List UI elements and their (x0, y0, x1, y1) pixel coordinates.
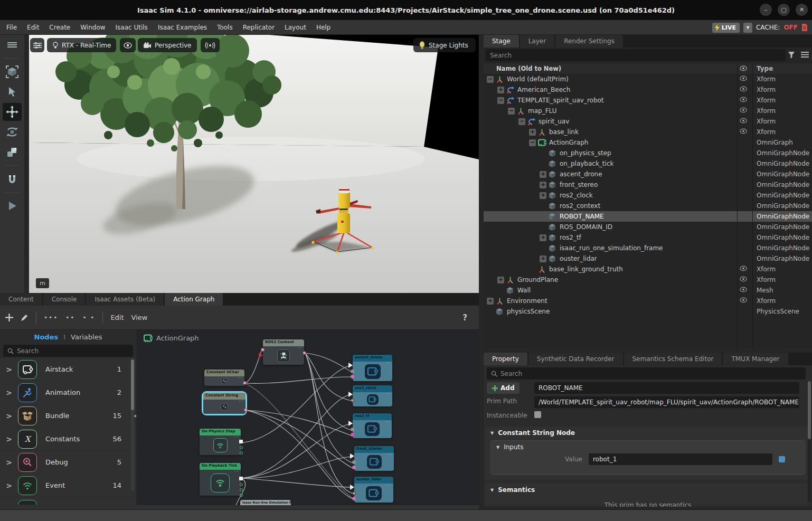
graph-node-constant-string-selected[interactable]: Constant String ··· (203, 393, 246, 414)
tab-isaac-assets-beta-[interactable]: Isaac Assets (Beta) (86, 293, 164, 306)
select-tool[interactable] (3, 83, 22, 101)
tab-synthetic-data-recorder[interactable]: Synthetic Data Recorder (528, 353, 623, 365)
output-exec-port[interactable] (239, 440, 243, 443)
output-port[interactable] (240, 488, 243, 491)
menu-item-isaac-utils[interactable]: Isaac Utils (116, 24, 148, 31)
palette-category-animation[interactable]: >Animation2 (0, 381, 136, 404)
value-input[interactable]: robot_1 (589, 453, 772, 465)
output-exec-port[interactable] (239, 477, 243, 480)
stage-row-ros2-context[interactable]: ros2_contextOmniGraphNode (484, 201, 812, 211)
graph-node-ros2-clock[interactable]: ros2_clock ··· (353, 385, 392, 406)
visibility-eye-icon[interactable] (737, 118, 750, 125)
stage-row-base-link-ground-truth[interactable]: base_link_ground_truthXform (484, 264, 812, 274)
menu-item-edit[interactable]: Edit (27, 24, 39, 31)
stage-row-ros2-clock[interactable]: +ros2_clockOmniGraphNode (484, 190, 812, 201)
tab-render-settings[interactable]: Render Settings (555, 35, 623, 48)
stage-row-world-defaultprim-[interactable]: −World (defaultPrim)Xform (484, 74, 812, 84)
tab-property[interactable]: Property (484, 353, 527, 365)
palette-tab-variables[interactable]: Variables (71, 333, 102, 341)
input-port[interactable] (351, 375, 354, 378)
input-exec-port[interactable] (350, 453, 354, 459)
maximize-button[interactable]: ▢ (778, 4, 790, 16)
viewport-3d[interactable]: RTX - Real-Time Perspective Stage Lights… (29, 35, 479, 293)
graph-help-button[interactable]: ? (462, 313, 467, 323)
stage-row-ascent-drone[interactable]: +ascent_droneOmniGraphNode (484, 169, 812, 179)
live-button[interactable]: LIVE (712, 23, 740, 33)
menu-item-tools[interactable]: Tools (217, 24, 233, 31)
chevron-right-icon[interactable]: > (0, 412, 18, 420)
visibility-eye-icon[interactable] (737, 266, 750, 273)
stage-row-actiongraph[interactable]: −ActionGraphOmniGraph (484, 137, 812, 148)
palette-tab-nodes[interactable]: Nodes (34, 333, 59, 341)
input-port[interactable] (352, 466, 356, 469)
menu-item-file[interactable]: File (6, 24, 17, 31)
stage-row-spirit-uav[interactable]: −spirit_uavXform (484, 116, 812, 127)
snap-tool[interactable] (3, 170, 22, 188)
graph-node-front-stereo[interactable]: front_stereo ··· (354, 446, 394, 471)
input-exec-port[interactable] (348, 363, 353, 368)
add-node-icon[interactable] (5, 314, 13, 321)
stage-row-ros2-tf[interactable]: +ros2_tfOmniGraphNode (484, 232, 812, 243)
stage-row-physicsscene[interactable]: physicsScenePhysicsScene (484, 306, 812, 317)
input-port[interactable] (352, 460, 356, 464)
graph-node-on-physics-step[interactable]: On Physics Step ··· (200, 429, 241, 455)
stage-row-on-physics-step[interactable]: on_physics_stepOmniGraphNode (484, 148, 812, 158)
tab-semantics-schema-editor[interactable]: Semantics Schema Editor (624, 353, 722, 365)
output-port[interactable] (240, 483, 243, 486)
filter-icon[interactable] (788, 51, 795, 59)
stage-row-front-stereo[interactable]: +front_stereoOmniGraphNode (484, 179, 812, 190)
expand-expander[interactable]: + (529, 129, 536, 136)
output-port[interactable] (240, 494, 243, 497)
tab-stage[interactable]: Stage (484, 35, 519, 48)
collapse-expander[interactable]: − (497, 97, 504, 104)
chevron-right-icon[interactable]: > (0, 365, 18, 374)
collapse-expander[interactable]: − (529, 139, 536, 146)
input-port[interactable] (261, 348, 265, 352)
minimize-button[interactable]: – (760, 4, 772, 16)
input-port[interactable] (352, 497, 356, 500)
graph-node-ros2-context[interactable]: ROS2 Context ··· (263, 339, 304, 365)
stage-row-template-spirit-uav-robot[interactable]: −TEMPLATE_spirit_uav_robotXform (484, 95, 812, 106)
stage-row-american-beech[interactable]: +American_BeechXform (484, 84, 812, 95)
collapse-expander[interactable]: − (508, 108, 515, 115)
stage-row-groundplane[interactable]: +GroundPlaneXform (484, 274, 812, 285)
toolbar-menu-icon[interactable] (3, 36, 22, 54)
tab-action-graph[interactable]: Action Graph (165, 293, 223, 306)
menu-item-replicator[interactable]: Replicator (243, 24, 275, 31)
chevron-right-icon[interactable]: > (0, 458, 18, 467)
menu-item-window[interactable]: Window (80, 24, 105, 31)
menu-item-layout[interactable]: Layout (285, 24, 306, 31)
expand-expander[interactable]: + (487, 298, 494, 305)
graph-node-ros2-tf[interactable]: ros2_tf ··· (353, 413, 392, 438)
palette-search-input[interactable]: Search (3, 345, 133, 357)
move-tool[interactable] (3, 103, 22, 121)
graph-node-constant-uchar[interactable]: Constant UChar ··· (204, 370, 244, 386)
stage-row-wall[interactable]: WallMesh (484, 285, 812, 296)
output-port[interactable] (303, 351, 306, 355)
rotate-tool[interactable] (3, 123, 22, 141)
graph-node-on-playback-tick[interactable]: On Playback Tick ··· (200, 463, 241, 496)
camera-selector[interactable]: Perspective (138, 38, 197, 52)
stage-row-ouster-lidar[interactable]: +ouster_lidarOmniGraphNode (484, 253, 812, 264)
palette-category-debug[interactable]: >Debug5 (0, 451, 136, 473)
input-port[interactable] (351, 399, 354, 402)
property-search-input[interactable]: Search (487, 367, 806, 380)
options-menu-icon[interactable] (801, 51, 809, 58)
chevron-right-icon[interactable]: > (0, 435, 18, 443)
expand-expander[interactable]: + (540, 182, 546, 188)
action-graph-canvas[interactable]: ActionGraph (136, 330, 479, 505)
visibility-eye-icon[interactable] (737, 276, 750, 283)
stage-search-input[interactable]: Search (486, 49, 786, 61)
visibility-eye-icon[interactable] (737, 75, 750, 83)
close-button[interactable]: ✕ (796, 4, 808, 16)
palette-category-airstack[interactable]: >Airstack1 (0, 358, 136, 381)
stage-lights-button[interactable]: Stage Lights (413, 38, 476, 52)
input-port[interactable] (352, 491, 356, 495)
tab-layer[interactable]: Layer (520, 35, 554, 48)
graph-view-menu[interactable]: View (131, 314, 148, 321)
output-port[interactable] (240, 446, 243, 449)
frame-select-tool[interactable] (3, 63, 22, 81)
menu-item-help[interactable]: Help (316, 24, 331, 31)
visibility-eye-icon[interactable] (737, 107, 750, 115)
instanceable-checkbox[interactable] (534, 411, 541, 418)
